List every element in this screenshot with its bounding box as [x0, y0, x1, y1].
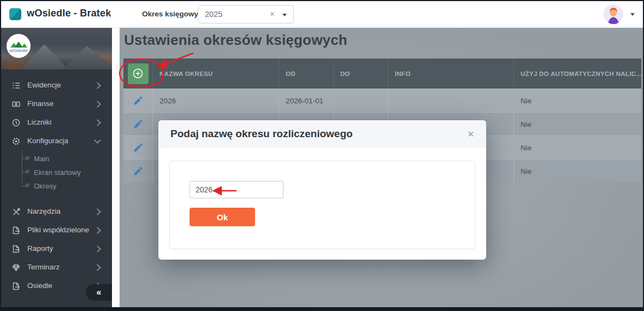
- clock-icon: [12, 119, 20, 127]
- clear-icon[interactable]: ×: [270, 9, 275, 19]
- chevron-down-icon[interactable]: [282, 14, 287, 16]
- sidebar-item-raporty[interactable]: Raporty: [1, 239, 112, 258]
- sidebar-item-narzedzia[interactable]: Narzędzia: [1, 202, 112, 221]
- column-header[interactable]: UŻYJ DO AUTOMATYCZNYCH NALIC...: [513, 58, 641, 89]
- chevron-right-icon: [94, 227, 101, 234]
- pencil-icon: [133, 167, 143, 176]
- app-logo-icon: [9, 8, 21, 20]
- chevron-right-icon: [94, 208, 101, 215]
- bullet-icon: [26, 184, 29, 187]
- bottom-bar: [1, 307, 643, 310]
- tools-icon: [12, 208, 20, 216]
- app-window: wOsiedle - Bratek Okres księgowy: 2025 ×: [0, 0, 644, 311]
- wosiedle-logo[interactable]: wOsiedle: [7, 34, 31, 58]
- topbar: wOsiedle - Bratek Okres księgowy: 2025 ×: [1, 1, 643, 28]
- ok-button[interactable]: Ok: [190, 208, 255, 226]
- column-header[interactable]: OD: [279, 58, 333, 89]
- cell-uzyj: Nie: [513, 159, 641, 183]
- close-icon[interactable]: ×: [468, 128, 474, 139]
- edit-row-button[interactable]: [123, 112, 152, 136]
- sidebar-subitem-main[interactable]: Main: [1, 152, 112, 166]
- sidebar-item-finanse[interactable]: Finanse: [1, 95, 112, 113]
- cell-do: [333, 89, 388, 112]
- period-selected-value: 2025: [205, 10, 222, 19]
- collapse-chevrons-icon: «: [97, 287, 102, 297]
- list-icon: [12, 81, 20, 90]
- cell-nazwa: 2026: [152, 89, 279, 112]
- sidebar-item-liczniki[interactable]: Liczniki: [1, 113, 112, 132]
- subitem-label: Main: [34, 155, 49, 163]
- sidebar-item-label: Konfiguracja: [27, 132, 68, 150]
- sidebar-item-label: Terminarz: [27, 258, 60, 277]
- bullet-icon: [26, 170, 29, 173]
- sidebar-item-konfiguracja[interactable]: Konfiguracja: [1, 132, 112, 150]
- gem-icon: [12, 263, 20, 272]
- sidebar-item-label: Ewidencje: [27, 76, 61, 95]
- column-header[interactable]: DO: [333, 58, 388, 89]
- sidebar-subitem-okresy[interactable]: Okresy: [1, 179, 112, 193]
- sidebar-menu: Ewidencje Finanse Liczniki: [1, 76, 112, 295]
- file-export-icon: [12, 245, 20, 253]
- dialog-body: Ok: [158, 148, 486, 249]
- period-label: Okres księgowy:: [142, 10, 200, 18]
- sidebar-item-label: Osiedle: [27, 277, 52, 295]
- money-icon: [12, 100, 20, 108]
- cell-info: [388, 89, 513, 112]
- gear-icon: [12, 137, 20, 145]
- sidebar-item-label: Pliki współdzielone: [27, 221, 89, 239]
- period-select[interactable]: 2025 ×: [198, 5, 294, 24]
- cell-od: 2026-01-01: [279, 89, 333, 112]
- chevron-right-icon: [94, 101, 101, 108]
- chevron-right-icon: [94, 264, 101, 271]
- sidebar-item-label: Liczniki: [27, 113, 51, 132]
- pencil-icon: [133, 120, 143, 129]
- chevron-right-icon: [94, 82, 101, 89]
- konfiguracja-submenu: Main Ekran startowy Okresy: [1, 150, 112, 196]
- table-header-add: [123, 58, 152, 89]
- sidebar-collapse-button[interactable]: «: [86, 284, 112, 301]
- sidebar-item-label: Finanse: [27, 95, 54, 113]
- add-period-button[interactable]: [128, 63, 149, 84]
- file-export-icon: [12, 226, 20, 234]
- avatar-person-icon: [604, 4, 623, 24]
- sidebar-header-photo: wOsiedle: [1, 27, 112, 69]
- chevron-right-icon: [94, 245, 101, 253]
- dialog-title: Podaj nazwę okresu rozliczeniowego: [170, 128, 353, 140]
- dialog-header: Podaj nazwę okresu rozliczeniowego ×: [158, 120, 486, 148]
- sidebar-item-label: Raporty: [27, 239, 53, 258]
- file-export-icon: [12, 282, 20, 290]
- subitem-label: Ekran startowy: [34, 168, 81, 177]
- pencil-icon: [133, 143, 143, 152]
- app-title: wOsiedle - Bratek: [27, 8, 111, 19]
- period-name-input[interactable]: [190, 181, 283, 198]
- chevron-right-icon: [94, 119, 101, 126]
- sidebar: wOsiedle Ewidencje Finanse: [1, 27, 112, 307]
- sidebar-subitem-ekran-startowy[interactable]: Ekran startowy: [1, 166, 112, 179]
- sidebar-item-ewidencje[interactable]: Ewidencje: [1, 76, 112, 95]
- sidebar-item-pliki-wspoldzielone[interactable]: Pliki współdzielone: [1, 221, 112, 239]
- edit-row-button[interactable]: [123, 89, 152, 112]
- cell-uzyj: Nie: [513, 89, 641, 112]
- page-title: Ustawienia okresów księgowych: [124, 32, 347, 49]
- column-header[interactable]: INFO: [388, 58, 513, 89]
- subitem-label: Okresy: [34, 182, 56, 190]
- edit-row-button[interactable]: [123, 159, 152, 183]
- sidebar-item-terminarz[interactable]: Terminarz: [1, 258, 112, 277]
- mountain-shape: [62, 41, 112, 69]
- dialog-form-card: Ok: [169, 161, 475, 249]
- pencil-icon: [133, 96, 143, 105]
- plus-circle-icon: [132, 68, 144, 79]
- cell-uzyj: Nie: [513, 112, 641, 136]
- avatar-menu-caret-icon[interactable]: [630, 13, 635, 16]
- user-avatar[interactable]: [604, 4, 623, 24]
- sidebar-item-label: Narzędzia: [27, 202, 61, 221]
- chevron-down-icon: [94, 137, 101, 144]
- bullet-icon: [26, 156, 29, 160]
- period-name-dialog: Podaj nazwę okresu rozliczeniowego × Ok: [158, 120, 486, 260]
- column-header[interactable]: NAZWA OKRESU: [152, 58, 279, 89]
- edit-row-button[interactable]: [123, 136, 152, 159]
- svg-text:wOsiedle: wOsiedle: [9, 48, 28, 53]
- cell-uzyj: Nie: [513, 136, 641, 159]
